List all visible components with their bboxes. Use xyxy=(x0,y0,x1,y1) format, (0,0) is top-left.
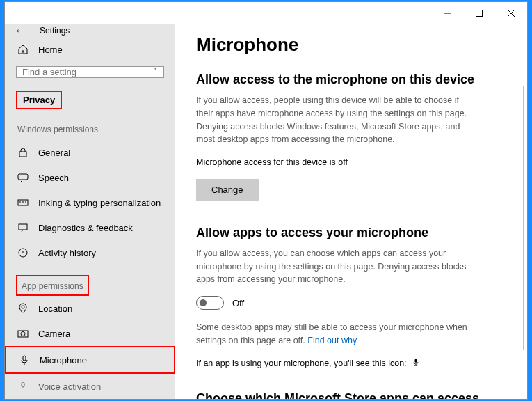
svg-rect-5 xyxy=(18,174,28,180)
svg-rect-17 xyxy=(415,359,417,362)
content-area: Microphone Allow access to the microphon… xyxy=(175,24,527,399)
search-box[interactable]: ˃ xyxy=(16,66,164,78)
home-label: Home xyxy=(38,45,63,55)
keyboard-icon xyxy=(17,197,29,208)
svg-point-12 xyxy=(22,306,24,308)
nav-location[interactable]: Location xyxy=(5,296,175,321)
nav-general[interactable]: General xyxy=(5,140,175,165)
nav-inking[interactable]: Inking & typing personalization xyxy=(5,190,175,215)
home-nav[interactable]: Home xyxy=(5,37,175,62)
section-windows-permissions: Windows permissions xyxy=(5,119,175,140)
mic-in-use-note: If an app is using your microphone, you'… xyxy=(196,357,474,370)
feedback-icon xyxy=(17,222,29,233)
lock-icon xyxy=(17,147,29,158)
camera-icon xyxy=(17,328,29,339)
svg-rect-1 xyxy=(476,10,483,17)
location-icon xyxy=(17,303,29,314)
svg-rect-10 xyxy=(19,224,27,230)
svg-rect-4 xyxy=(19,152,26,157)
close-button[interactable] xyxy=(495,2,527,24)
speech-icon xyxy=(17,172,29,183)
section2-note: Some desktop apps may still be able to a… xyxy=(196,321,474,347)
window-title: Settings xyxy=(40,26,70,36)
home-icon xyxy=(17,44,29,55)
nav-camera[interactable]: Camera xyxy=(5,321,175,346)
section2-body: If you allow access, you can choose whic… xyxy=(196,247,474,286)
search-icon: ˃ xyxy=(153,67,158,77)
sidebar: ← Settings Home ˃ Privacy Windows permis… xyxy=(5,24,175,399)
titlebar xyxy=(5,2,527,24)
mic-access-status: Microphone access for this device is off xyxy=(196,156,474,169)
minimize-button[interactable] xyxy=(431,2,463,24)
back-button[interactable]: ← xyxy=(15,24,26,37)
settings-window: ← Settings Home ˃ Privacy Windows permis… xyxy=(4,1,528,400)
microphone-icon xyxy=(19,354,30,365)
mic-status-icon xyxy=(412,357,420,370)
apps-access-toggle[interactable] xyxy=(196,296,224,310)
toggle-state: Off xyxy=(232,298,244,308)
svg-point-14 xyxy=(21,332,25,336)
nav-voice-activation[interactable]: Voice activation xyxy=(5,374,175,399)
voice-icon xyxy=(17,381,29,392)
section1-body: If you allow access, people using this d… xyxy=(196,94,474,146)
history-icon xyxy=(17,247,29,258)
maximize-button[interactable] xyxy=(463,2,495,24)
nav-microphone[interactable]: Microphone xyxy=(6,347,174,372)
search-input[interactable] xyxy=(22,67,153,77)
find-out-why-link[interactable]: Find out why xyxy=(307,336,357,345)
change-button[interactable]: Change xyxy=(196,179,259,200)
section2-title: Allow apps to access your microphone xyxy=(196,226,506,240)
nav-diagnostics[interactable]: Diagnostics & feedback xyxy=(5,215,175,240)
section1-title: Allow access to the microphone on this d… xyxy=(196,72,506,87)
nav-activity[interactable]: Activity history xyxy=(5,240,175,265)
scrollbar[interactable] xyxy=(523,86,524,350)
section3-title: Choose which Microsoft Store apps can ac… xyxy=(196,391,488,399)
page-title: Microphone xyxy=(196,34,506,56)
svg-rect-16 xyxy=(22,382,24,387)
section-app-permissions: App permissions xyxy=(22,281,83,291)
nav-speech[interactable]: Speech xyxy=(5,165,175,190)
svg-rect-6 xyxy=(18,200,28,205)
svg-rect-15 xyxy=(23,356,26,361)
privacy-heading: Privacy xyxy=(16,91,62,109)
